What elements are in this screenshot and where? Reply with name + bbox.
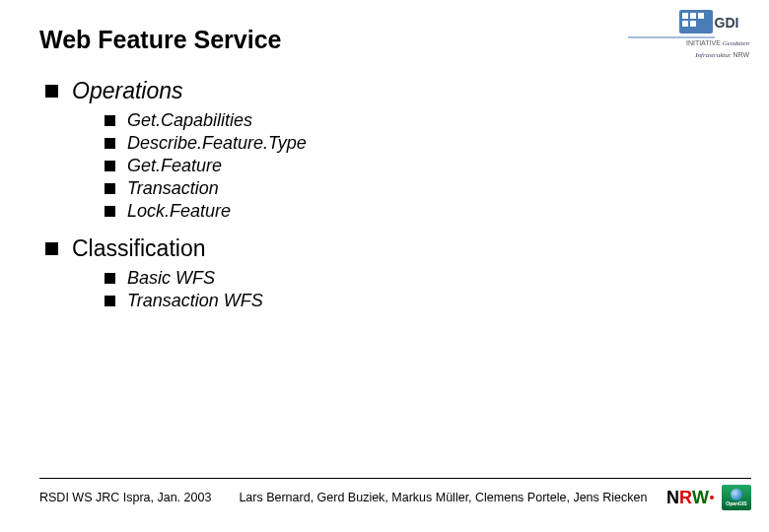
footer-logos: NRW OpenGIS: [666, 485, 751, 510]
section-heading: Operations: [72, 78, 183, 104]
dot-icon: [710, 496, 714, 499]
footer-authors: Lars Bernard, Gerd Buziek, Markus Müller…: [239, 491, 666, 504]
footer-date: RSDI WS JRC Ispra, Jan. 2003: [39, 491, 211, 504]
svg-rect-5: [690, 21, 696, 27]
nrw-w: W: [692, 488, 709, 508]
svg-text:Infrastruktur NRW: Infrastruktur NRW: [694, 51, 749, 59]
list-item: Get.Capabilities: [105, 110, 730, 131]
list-item-label: Lock.Feature: [127, 201, 231, 222]
square-bullet-icon: [105, 206, 115, 217]
square-bullet-icon: [105, 273, 115, 284]
opengis-logo: OpenGIS: [722, 485, 751, 510]
list-item: Lock.Feature: [105, 201, 730, 222]
footer: RSDI WS JRC Ispra, Jan. 2003 Lars Bernar…: [39, 478, 751, 510]
square-bullet-icon: [105, 115, 115, 126]
globe-icon: [731, 489, 742, 500]
square-bullet-icon: [45, 85, 58, 98]
list-item: Transaction: [105, 178, 730, 199]
square-bullet-icon: [45, 242, 58, 255]
list-item: Describe.Feature.Type: [105, 133, 730, 154]
square-bullet-icon: [105, 161, 115, 171]
slide-title: Web Feature Service: [39, 26, 730, 54]
svg-rect-2: [690, 13, 696, 19]
svg-text:GDI: GDI: [715, 15, 739, 31]
slide-content: Operations Get.Capabilities Describe.Fea…: [39, 78, 730, 311]
square-bullet-icon: [105, 296, 115, 306]
list-item-label: Get.Feature: [127, 156, 222, 176]
list-item-label: Basic WFS: [127, 268, 215, 289]
svg-rect-3: [698, 13, 704, 19]
section-operations: Operations: [45, 78, 730, 104]
nrw-r: R: [679, 488, 692, 508]
list-item-label: Describe.Feature.Type: [127, 133, 307, 154]
svg-text:INITIATIVE Geodaten: INITIATIVE Geodaten: [686, 39, 750, 47]
opengis-label: OpenGIS: [726, 501, 746, 506]
square-bullet-icon: [105, 183, 115, 194]
operations-list: Get.Capabilities Describe.Feature.Type G…: [45, 110, 730, 222]
gdi-nrw-logo: GDI INITIATIVE Geodaten Infrastruktur NR…: [628, 8, 751, 63]
list-item-label: Transaction: [127, 178, 219, 199]
list-item: Transaction WFS: [105, 291, 730, 311]
section-classification: Classification: [45, 235, 730, 262]
list-item: Get.Feature: [105, 156, 730, 176]
section-heading: Classification: [72, 235, 206, 262]
classification-list: Basic WFS Transaction WFS: [45, 268, 730, 311]
list-item-label: Transaction WFS: [127, 291, 263, 311]
svg-rect-1: [682, 13, 688, 19]
list-item-label: Get.Capabilities: [127, 110, 252, 131]
square-bullet-icon: [105, 138, 115, 149]
nrw-n: N: [666, 488, 679, 508]
slide: GDI INITIATIVE Geodaten Infrastruktur NR…: [0, 0, 769, 532]
list-item: Basic WFS: [105, 268, 730, 289]
nrw-logo: NRW: [666, 487, 718, 508]
svg-rect-4: [682, 21, 688, 27]
